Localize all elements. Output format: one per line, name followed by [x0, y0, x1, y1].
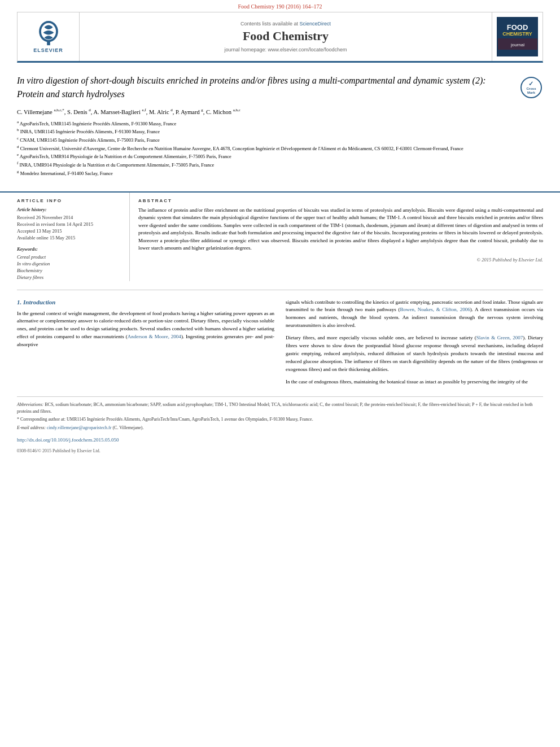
article-title-row: In vitro digestion of short-dough biscui… [17, 74, 543, 101]
body-right-col: signals which contribute to controlling … [286, 299, 543, 391]
authors-line: C. Villemejane a,b,c,*, S. Denis d, A. M… [17, 108, 543, 115]
abstract-header: ABSTRACT [138, 198, 543, 203]
email-address[interactable]: cindy.villemejane@agroparistech.fr [47, 425, 111, 430]
affil-a: a AgroParisTech, UMR1145 Ingénierie Proc… [17, 120, 543, 128]
affil-b: b INRA, UMR1145 Ingénierie Procédés Alim… [17, 128, 543, 136]
email-note: E-mail address: cindy.villemejane@agropa… [17, 425, 543, 431]
issn-copyright: 0308-8146/© 2015 Published by Elsevier L… [0, 448, 560, 459]
intro-title: 1. Introduction [17, 299, 274, 305]
sciencedirect-anchor[interactable]: ScienceDirect [300, 21, 331, 27]
body-left-col: 1. Introduction In the general context o… [17, 299, 274, 391]
affil-d: d Clermont Université, Université d'Auve… [17, 145, 543, 152]
title-italic-part: In vitro [17, 76, 43, 85]
article-info-header: ARTICLE INFO [17, 198, 121, 203]
sciencedirect-link: Contents lists available at ScienceDirec… [240, 21, 331, 27]
citation-text: Food Chemistry 190 (2016) 164–172 [238, 3, 322, 10]
abbreviations-note: Abbreviations: BCS, sodium bicarbonate; … [17, 401, 543, 414]
affil-c: c CNAM, UMR1145 Ingénierie Procédés Alim… [17, 136, 543, 144]
keyword-1: Cereal product [17, 254, 121, 260]
revised-date: Received in revised form 14 April 2015 [17, 221, 121, 227]
available-date: Available online 15 May 2015 [17, 235, 121, 241]
article-title: In vitro digestion of short-dough biscui… [17, 74, 509, 101]
abbreviations-label: Abbreviations: [17, 402, 43, 407]
page: Food Chemistry 190 (2016) 164–172 ELSEVI… [0, 0, 560, 459]
journal-title: Food Chemistry [243, 29, 329, 43]
intro-para4: In the case of endogenous fibres, mainta… [286, 378, 543, 386]
citation-bar: Food Chemistry 190 (2016) 164–172 [0, 0, 560, 12]
crossmark-icon: ✓ CrossMark [520, 77, 542, 98]
received-date: Received 26 November 2014 [17, 215, 121, 220]
keyword-4: Dietary fibres [17, 274, 121, 280]
journal-info-center: Contents lists available at ScienceDirec… [80, 12, 492, 61]
doi-link: http://dx.doi.org/10.1016/j.foodchem.201… [0, 433, 560, 448]
keyword-3: Biochemistry [17, 268, 121, 273]
elsevier-branding: ELSEVIER [18, 12, 80, 61]
abstract-text: The influence of protein and/or fibre en… [138, 207, 543, 252]
right-column: ABSTRACT The influence of protein and/or… [130, 193, 543, 281]
corresponding-note: * Corresponding author at: UMR1145 Ingén… [17, 416, 543, 423]
article-info-abstract: ARTICLE INFO Article history: Received 2… [0, 191, 560, 281]
doi-anchor[interactable]: http://dx.doi.org/10.1016/j.foodchem.201… [17, 437, 119, 443]
keywords-label: Keywords: [17, 246, 121, 252]
footnote-area: Abbreviations: BCS, sodium bicarbonate; … [17, 396, 543, 431]
affil-e: e AgroParisTech, UMR914 Physiologie de l… [17, 152, 543, 160]
intro-para1: In the general context of weight managem… [17, 310, 274, 350]
history-label: Article history: [17, 207, 121, 212]
copyright-line: © 2015 Published by Elsevier Ltd. [138, 257, 543, 263]
crossmark-badge: ✓ CrossMark [520, 77, 543, 99]
svg-text:journal: journal [510, 42, 524, 47]
logo-chemistry-text: CHEMISTRY [502, 31, 532, 37]
journal-homepage: journal homepage: www.elsevier.com/locat… [224, 47, 347, 53]
food-chemistry-logo-box: FOOD CHEMISTRY journal [497, 17, 538, 56]
ref-bowen: Bowen, Noakes, & Clifton, 2006 [400, 307, 470, 312]
intro-para3: Dietary fibres, and more especially visc… [286, 334, 543, 374]
title-main-text: digestion of short-dough biscuits enrich… [17, 76, 486, 99]
body-section: 1. Introduction In the general context o… [0, 299, 560, 391]
journal-logo-right: FOOD CHEMISTRY journal [492, 12, 542, 61]
affil-f: f INRA, UMR914 Physiologie de la Nutriti… [17, 161, 543, 169]
left-column: ARTICLE INFO Article history: Received 2… [17, 193, 130, 281]
affil-g: g Mondelez International, F-91400 Saclay… [17, 169, 543, 177]
elsevier-logo: ELSEVIER [32, 21, 65, 53]
ref-anderson-moore: Anderson & Moore, 2004 [128, 334, 181, 339]
ref-slavin: Slavin & Green, 2007 [476, 335, 523, 340]
keyword-2: In vitro digestion [17, 261, 121, 267]
intro-para2: signals which contribute to controlling … [286, 299, 543, 330]
accepted-date: Accepted 13 May 2015 [17, 228, 121, 234]
keywords-section: Keywords: Cereal product In vitro digest… [17, 246, 121, 280]
section-divider [17, 290, 543, 290]
article-section: In vitro digestion of short-dough biscui… [0, 63, 560, 189]
logo-food-text: FOOD [507, 24, 528, 31]
elsevier-text: ELSEVIER [33, 47, 63, 53]
journal-header: ELSEVIER Contents lists available at Sci… [17, 12, 543, 63]
affiliation-list: a AgroParisTech, UMR1145 Ingénierie Proc… [17, 120, 543, 177]
